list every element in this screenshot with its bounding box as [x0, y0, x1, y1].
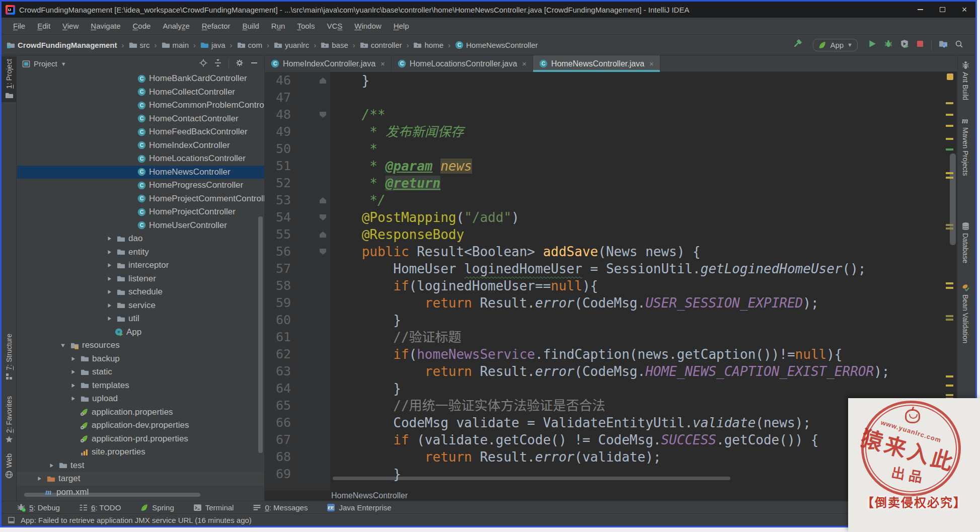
code-line-60[interactable]: 60 }	[265, 312, 957, 329]
run-button[interactable]	[868, 39, 877, 50]
toolwindow-button-messages[interactable]: 0: Messages	[253, 503, 308, 512]
menu-build[interactable]: Build	[237, 20, 264, 32]
fold-marker-icon[interactable]	[320, 232, 326, 238]
toolwindow-button-terminal[interactable]: Terminal	[193, 503, 234, 512]
toolwindow-tab-antbuild[interactable]: Ant Build	[958, 58, 973, 103]
code-line-51[interactable]: 51 * @param news	[265, 158, 957, 175]
chevron-collapsed-icon[interactable]	[105, 289, 114, 294]
tree-item-homeusercontroller[interactable]: CHomeUserController	[17, 219, 264, 233]
close-button[interactable]: ×	[953, 2, 975, 18]
tree-item-target[interactable]: target	[17, 472, 264, 486]
menu-code[interactable]: Code	[127, 20, 157, 32]
code-line-58[interactable]: 58 if(loginedHomeUser==null){	[265, 277, 957, 294]
tree-item-service[interactable]: service	[17, 299, 264, 313]
tree-item-entity[interactable]: entity	[17, 246, 264, 259]
tree-item-homeprogresscontroller[interactable]: CHomeProgressController	[17, 179, 264, 192]
menu-help[interactable]: Help	[388, 20, 415, 32]
chevron-down-icon[interactable]: ▼	[61, 61, 66, 67]
fold-marker-icon[interactable]	[320, 112, 326, 118]
tree-item-homelocationscontroller[interactable]: CHomeLocationsController	[17, 152, 264, 166]
toolwindow-tab-structure[interactable]: 7: Structure	[2, 331, 17, 383]
toolwindow-tab-database[interactable]: Database	[958, 219, 973, 266]
breadcrumb-item-controller[interactable]: controller	[360, 41, 402, 49]
editor-horizontal-scrollbar[interactable]	[333, 477, 730, 480]
tree-item-schedule[interactable]: schedule	[17, 285, 264, 299]
hide-button[interactable]	[250, 59, 258, 68]
menu-refactor[interactable]: Refactor	[196, 20, 236, 32]
tree-item-homecommonproblemcontroller[interactable]: CHomeCommonProblemController	[17, 99, 264, 112]
chevron-expanded-icon[interactable]	[58, 343, 67, 348]
menu-navigate[interactable]: Navigate	[85, 20, 126, 32]
tree-item-application-dev.properties[interactable]: application-dev.properties	[17, 419, 264, 432]
tree-item-homeindexcontroller[interactable]: CHomeIndexController	[17, 139, 264, 153]
chevron-collapsed-icon[interactable]	[35, 476, 44, 481]
chevron-collapsed-icon[interactable]	[105, 263, 114, 268]
chevron-collapsed-icon[interactable]	[105, 276, 114, 281]
toolwindow-tab-favorites[interactable]: 2: Favorites	[2, 394, 17, 446]
menu-run[interactable]: Run	[266, 20, 291, 32]
menu-vcs[interactable]: VCS	[321, 20, 348, 32]
chevron-collapsed-icon[interactable]	[105, 236, 114, 241]
breadcrumb-item-base[interactable]: base	[321, 41, 348, 49]
code-line-50[interactable]: 50 *	[265, 140, 957, 158]
toolwindow-button-javaenterprise[interactable]: EEJava Enterprise	[327, 503, 391, 512]
toolwindow-button-todo[interactable]: 6: TODO	[79, 503, 121, 512]
code-line-46[interactable]: 46 }	[265, 72, 957, 89]
breadcrumb-item-src[interactable]: src	[129, 41, 150, 49]
chevron-collapsed-icon[interactable]	[47, 463, 56, 468]
tree-item-homecollectcontroller[interactable]: CHomeCollectController	[17, 86, 264, 99]
tree-vertical-scrollbar[interactable]	[258, 216, 263, 453]
toolwindow-button-spring[interactable]: Spring	[140, 503, 174, 512]
editor-tab-homelocationscontroller-java[interactable]: CHomeLocationsController.java×	[392, 55, 533, 72]
code-line-62[interactable]: 62 if(homeNewsService.findCaption(news.g…	[265, 346, 957, 363]
toolwindow-tab-mavenprojects[interactable]: mMaven Projects	[958, 114, 973, 178]
settings-button[interactable]	[236, 59, 244, 68]
tree-item-site.properties[interactable]: site.properties	[17, 445, 264, 459]
inspections-indicator[interactable]	[947, 73, 953, 80]
search-everywhere-button[interactable]	[955, 40, 963, 50]
tree-item-static[interactable]: static	[17, 365, 264, 379]
menu-view[interactable]: View	[57, 20, 84, 32]
code-line-61[interactable]: 61 //验证标题	[265, 329, 957, 346]
menu-edit[interactable]: Edit	[32, 20, 56, 32]
tree-item-interceptor[interactable]: interceptor	[17, 259, 264, 272]
chevron-collapsed-icon[interactable]	[105, 250, 114, 255]
editor-tab-homenewscontroller-java[interactable]: CHomeNewsController.java×	[533, 55, 660, 72]
tree-horizontal-scrollbar[interactable]	[24, 493, 200, 497]
code-line-55[interactable]: 55 @ResponseBody	[265, 226, 957, 243]
minimize-button[interactable]	[909, 2, 931, 18]
tree-item-pom.xml[interactable]: mpom.xml	[17, 486, 264, 499]
fold-marker-icon[interactable]	[320, 78, 326, 84]
tree-item-dao[interactable]: dao	[17, 232, 264, 246]
breadcrumb-item-homenewscontroller[interactable]: CHomeNewsController	[455, 41, 538, 49]
tree-item-upload[interactable]: upload	[17, 392, 264, 406]
breadcrumb-item-com[interactable]: com	[237, 41, 262, 49]
toolwindow-tab-beanvalidation[interactable]: Bean Validation	[958, 281, 973, 346]
locate-button[interactable]	[199, 59, 207, 68]
toolwindow-toggle-icon[interactable]	[8, 516, 15, 524]
code-line-54[interactable]: 54 @PostMapping("/add")	[265, 209, 957, 226]
breadcrumb-item-main[interactable]: main	[162, 41, 189, 49]
tree-item-listener[interactable]: listener	[17, 272, 264, 286]
code-line-63[interactable]: 63 return Result.error(CodeMsg.HOME_NEWS…	[265, 363, 957, 380]
chevron-collapsed-icon[interactable]	[68, 369, 78, 374]
stop-button[interactable]	[916, 40, 924, 50]
tree-item-app[interactable]: App	[17, 326, 264, 339]
maximize-button[interactable]	[931, 2, 953, 18]
toolwindow-button-debug[interactable]: 5: Debug	[17, 503, 60, 512]
code-line-48[interactable]: 48 /**	[265, 106, 957, 123]
code-line-57[interactable]: 57 HomeUser loginedHomeUser = SessionUti…	[265, 260, 957, 277]
toolwindow-tab-project[interactable]: 1: Project	[2, 56, 17, 102]
tree-item-application-prd.properties[interactable]: application-prd.properties	[17, 432, 264, 446]
code-line-59[interactable]: 59 return Result.error(CodeMsg.USER_SESS…	[265, 294, 957, 312]
tree-item-backup[interactable]: backup	[17, 352, 264, 366]
menu-window[interactable]: Window	[349, 20, 387, 32]
chevron-collapsed-icon[interactable]	[68, 356, 78, 361]
tree-item-homeprojectcommentcontroller[interactable]: CHomeProjectCommentController	[17, 192, 264, 206]
tree-item-homeprojectcontroller[interactable]: CHomeProjectController	[17, 205, 264, 219]
close-tab-icon[interactable]: ×	[381, 59, 385, 68]
tree-item-util[interactable]: util	[17, 312, 264, 326]
code-line-56[interactable]: 56 public Result<Boolean> addSave(News n…	[265, 243, 957, 260]
code-line-53[interactable]: 53 */	[265, 192, 957, 209]
tree-item-templates[interactable]: templates	[17, 379, 264, 393]
